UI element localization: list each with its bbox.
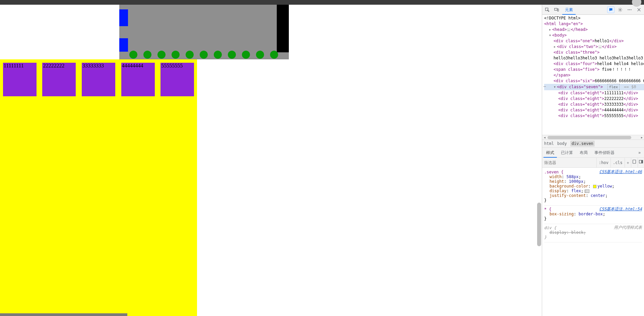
- eight-box: 22222222: [42, 63, 76, 96]
- svg-rect-2: [558, 9, 559, 11]
- svg-rect-1: [555, 8, 557, 10]
- css-rule-ua[interactable]: 用户代理样式表 div { display: block; }: [544, 224, 642, 243]
- svg-point-3: [620, 9, 621, 10]
- dom-line[interactable]: hello3hello3hello3 hello3hello3hello3 he…: [544, 55, 644, 61]
- css-decl[interactable]: background-color: yellow;: [550, 184, 642, 189]
- dot-icon: [242, 51, 250, 59]
- more-menu-icon[interactable]: [626, 6, 633, 13]
- css-decl-overridden[interactable]: display: block;: [550, 230, 642, 235]
- css-decl[interactable]: height: 1000px;: [550, 179, 642, 184]
- close-devtools-icon[interactable]: [635, 6, 643, 13]
- toggle-hov[interactable]: :hov: [596, 158, 610, 167]
- subtab-computed[interactable]: 已计算: [558, 148, 576, 158]
- seven-container: 11111111 22222222 33333333 44444444 5555…: [0, 59, 197, 316]
- dom-line[interactable]: <div class="eight">44444444</div>: [544, 107, 644, 113]
- css-decl[interactable]: width: 588px;: [550, 174, 642, 179]
- subtab-styles[interactable]: 样式: [543, 148, 557, 158]
- svg-point-6: [631, 9, 631, 10]
- devtools-panel: 元素 <!DOCTYPE html> <html lang="en"> ▸<he…: [542, 5, 644, 316]
- dot-icon: [228, 51, 236, 59]
- dom-line[interactable]: ▸<div class="two">…</div>: [544, 44, 644, 50]
- rule-source-link[interactable]: CSS基本语法.html:54: [599, 207, 642, 211]
- dom-horizontal-scrollbar[interactable]: ◂ ▸: [542, 135, 644, 140]
- dom-line[interactable]: <div class="eight">22222222</div>: [544, 96, 644, 102]
- breadcrumb-item[interactable]: body: [557, 141, 567, 146]
- eight-box: 55555555: [160, 63, 194, 96]
- main-area: 11111111 22222222 33333333 44444444 5555…: [0, 5, 644, 316]
- dom-line[interactable]: <div class="eight">11111111</div>: [544, 90, 644, 96]
- viewport-scrollbar-thumb[interactable]: [537, 203, 541, 246]
- dot-icon: [270, 51, 278, 59]
- dot-icon: [256, 51, 264, 59]
- css-decl[interactable]: display: flex;: [550, 189, 642, 193]
- breadcrumb-item-active[interactable]: div.seven: [570, 141, 595, 147]
- dot-icon: [129, 51, 137, 59]
- dot-icon: [172, 51, 180, 59]
- svg-point-4: [628, 9, 628, 10]
- subtab-event-listeners[interactable]: 事件侦听器: [592, 148, 617, 158]
- dom-line[interactable]: <div class="four">hello4 hello4 hello4 圆…: [544, 61, 644, 67]
- scroll-left-icon[interactable]: ◂: [542, 135, 547, 140]
- toggle-cls[interactable]: .cls: [610, 158, 625, 167]
- eight-box: 11111111: [3, 63, 37, 96]
- styles-rules[interactable]: CSS基本语法.html:46 .seven { width: 588px; h…: [542, 168, 644, 316]
- dom-line[interactable]: ▸<head>…</head>: [544, 27, 644, 33]
- dot-icon: [143, 51, 151, 59]
- css-rule[interactable]: CSS基本语法.html:54 * { box-sizing: border-b…: [544, 206, 642, 224]
- dot-icon: [200, 51, 208, 59]
- black-bar: [277, 5, 289, 52]
- eight-box: 33333333: [82, 63, 115, 96]
- css-decl[interactable]: justify-content: center;: [550, 193, 642, 198]
- dom-line[interactable]: <div class="eight">33333333</div>: [544, 102, 644, 107]
- styles-filter-input[interactable]: [542, 158, 596, 167]
- dom-line[interactable]: ▾<body>: [544, 33, 644, 38]
- new-style-rule-icon[interactable]: ＋: [625, 158, 631, 167]
- dot-icon: [157, 51, 166, 59]
- css-decl[interactable]: box-sizing: border-box;: [550, 212, 642, 216]
- styles-subtabs: 样式 已计算 布局 事件侦听器 »: [542, 148, 644, 158]
- scrollbar-thumb[interactable]: [548, 136, 631, 139]
- dom-line[interactable]: <span class="five"> five！！！！！: [544, 67, 644, 72]
- css-rule[interactable]: CSS基本语法.html:46 .seven { width: 588px; h…: [544, 168, 642, 206]
- dom-line[interactable]: <div class="three">: [544, 50, 644, 55]
- dom-line[interactable]: </span>: [544, 72, 644, 78]
- dom-line[interactable]: <html lang="en">: [544, 21, 644, 27]
- dom-line-selected[interactable]: ⋯ ▾<div class="seven"> flex == $0: [544, 84, 644, 90]
- svg-rect-7: [633, 160, 636, 163]
- dom-line[interactable]: <div class="eight">55555555</div>: [544, 113, 644, 119]
- breadcrumb-item[interactable]: html: [544, 141, 554, 146]
- dom-line[interactable]: <!DOCTYPE html>: [544, 15, 644, 21]
- computed-toggle-icon[interactable]: [631, 158, 637, 167]
- dom-line[interactable]: <div class="one">hello1</div>: [544, 38, 644, 44]
- dot-icon: [214, 51, 222, 59]
- ua-label: 用户代理样式表: [614, 225, 642, 230]
- subtab-more-icon[interactable]: »: [636, 150, 643, 155]
- rule-source-link[interactable]: CSS基本语法.html:46: [599, 169, 642, 174]
- taskbar-hint: [0, 313, 127, 316]
- browser-chrome: [0, 0, 644, 5]
- dom-line[interactable]: <div class="six">666666666 666666666 666…: [544, 78, 644, 84]
- color-swatch: [593, 185, 596, 188]
- svg-point-5: [629, 9, 630, 10]
- eight-box: 44444444: [121, 63, 155, 96]
- inspect-icon[interactable]: [543, 6, 551, 13]
- devtools-toolbar: 元素: [542, 5, 644, 15]
- hero-box: [119, 5, 289, 59]
- svg-rect-9: [641, 160, 643, 163]
- settings-gear-icon[interactable]: [617, 6, 624, 13]
- page-viewport: 11111111 22222222 33333333 44444444 5555…: [0, 5, 542, 316]
- blue-block-2: [119, 38, 128, 52]
- flex-badge[interactable]: flex: [607, 84, 620, 90]
- blue-block-1: [119, 9, 128, 26]
- dom-tree[interactable]: <!DOCTYPE html> <html lang="en"> ▸<head>…: [542, 15, 644, 135]
- green-dots-row: [129, 51, 278, 59]
- device-toggle-icon[interactable]: [553, 6, 560, 13]
- side-panel-icon[interactable]: [638, 158, 644, 167]
- feedback-icon[interactable]: [607, 6, 615, 13]
- flex-editor-icon[interactable]: [585, 190, 589, 193]
- scroll-right-icon[interactable]: ▸: [639, 135, 644, 140]
- tab-elements[interactable]: 元素: [562, 5, 576, 15]
- subtab-layout[interactable]: 布局: [577, 148, 590, 158]
- render-stage: 11111111 22222222 33333333 44444444 5555…: [0, 5, 542, 316]
- dot-icon: [186, 51, 194, 59]
